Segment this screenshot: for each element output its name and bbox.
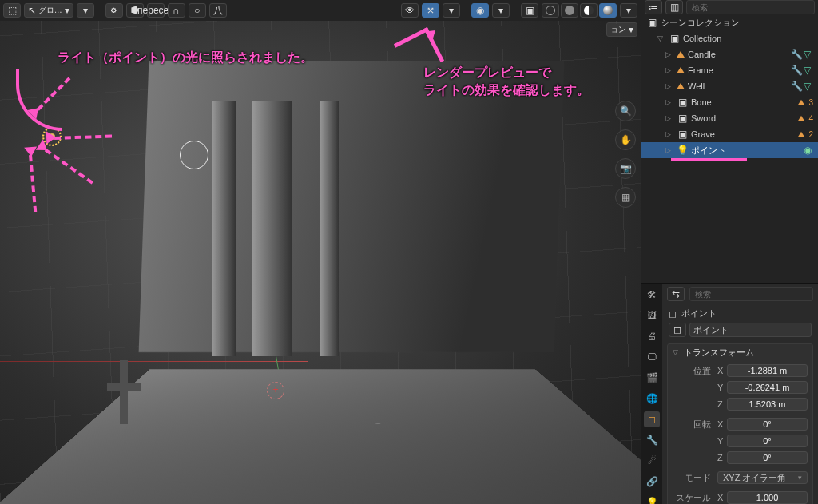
overlay-toggle-icon[interactable]: ◉ bbox=[471, 3, 489, 18]
shading-matprev[interactable] bbox=[580, 3, 598, 18]
pillar bbox=[212, 101, 236, 356]
outliner-row[interactable]: ▷▣ Bone 3 bbox=[641, 94, 818, 110]
transform-panel: ▽ トランスフォーム 位置X-1.2881 m Y-0.26241 m Z1.5… bbox=[667, 343, 813, 504]
shading-wireframe[interactable] bbox=[542, 3, 559, 18]
transform-panel-title: トランスフォーム bbox=[684, 347, 754, 359]
options-dropdown[interactable]: ョン ▾ bbox=[606, 22, 637, 37]
tab-physics-icon[interactable]: ☄ bbox=[644, 453, 660, 469]
properties-editor-icon[interactable]: ⇆ bbox=[667, 287, 685, 301]
shading-dropdown[interactable]: ▾ bbox=[620, 3, 637, 18]
select-menu-icon[interactable]: ⭘ bbox=[105, 3, 123, 18]
properties-header: ⇆ bbox=[662, 284, 818, 304]
outliner-header: ≔ ▥ bbox=[641, 0, 818, 14]
outliner-label: Grave bbox=[691, 129, 715, 139]
datablock-type-icon[interactable]: ◻ bbox=[669, 323, 686, 337]
scale-x-field[interactable]: 1.000 bbox=[727, 491, 808, 504]
gizmo-toggle-icon[interactable]: ⤧ bbox=[422, 3, 439, 18]
rotation-y-field[interactable]: 0° bbox=[727, 435, 808, 447]
position-label: 位置 bbox=[673, 365, 717, 377]
move-tool-icon[interactable]: пересеч bbox=[147, 3, 165, 18]
3d-cursor-icon bbox=[267, 382, 284, 399]
properties-body: ⇆ ◻ ポイント ◻ ポイント ▽ トランスフォーム bbox=[662, 284, 818, 504]
outliner-editor-icon[interactable]: ≔ bbox=[645, 0, 662, 14]
editor-type-icon[interactable]: ⬚ bbox=[3, 3, 21, 18]
wall bbox=[139, 61, 565, 352]
3d-viewport[interactable]: ョン ▾ ライト（ポイント）の光に照らされました。 レンダープレビューで ライト… bbox=[0, 21, 641, 504]
outliner-label: Collection bbox=[683, 34, 721, 43]
outliner-row[interactable]: ▷▣ Grave 2 bbox=[641, 126, 818, 142]
outliner-search-input[interactable] bbox=[686, 0, 815, 14]
scene-geometry bbox=[88, 69, 583, 484]
persp-icon[interactable]: ▦ bbox=[615, 187, 636, 208]
gizmo-dropdown[interactable]: ▾ bbox=[443, 3, 460, 18]
rotation-x-field[interactable]: 0° bbox=[727, 418, 808, 431]
options-dropdown-label: ョン bbox=[610, 24, 626, 35]
tab-constraints-icon[interactable]: 🔗 bbox=[644, 474, 660, 490]
outliner-label: シーンコレクション bbox=[661, 17, 740, 29]
pillar bbox=[252, 101, 292, 356]
outliner-row-selected[interactable]: ▷ 💡 ポイント ◉ bbox=[641, 142, 818, 158]
pan-icon[interactable]: ✋ bbox=[615, 129, 636, 150]
right-column: ≔ ▥ ▣ シーンコレクション ▽ ▣ Collection ▷ Candle … bbox=[641, 0, 818, 504]
tab-object-icon[interactable]: ◻ bbox=[644, 411, 660, 427]
annotation-arc bbox=[16, 69, 62, 131]
properties-search-input[interactable] bbox=[689, 287, 813, 301]
annotation-underline bbox=[671, 158, 747, 161]
shading-solid[interactable] bbox=[561, 3, 578, 18]
outliner-label: Sword bbox=[691, 113, 716, 123]
outliner-row[interactable]: ▷▣ Sword 4 bbox=[641, 110, 818, 126]
interaction-mode-label: グロ… bbox=[38, 5, 62, 16]
outliner[interactable]: ▣ シーンコレクション ▽ ▣ Collection ▷ Candle 🔧▽ ▷… bbox=[641, 14, 818, 283]
outliner-label: Candle bbox=[688, 50, 716, 59]
position-y-field[interactable]: -0.26241 m bbox=[727, 381, 808, 394]
camera-icon[interactable]: 📷 bbox=[615, 158, 636, 179]
outliner-display-mode-icon[interactable]: ▥ bbox=[665, 0, 683, 14]
rotation-mode-dropdown[interactable]: XYZ オイラー角▾ bbox=[717, 471, 808, 484]
rotation-z-field[interactable]: 0° bbox=[727, 451, 808, 464]
tab-output-icon[interactable]: 🖨 bbox=[644, 328, 660, 344]
tab-tool-icon[interactable]: 🛠 bbox=[644, 287, 660, 303]
overlay-dropdown[interactable]: ▾ bbox=[492, 3, 510, 18]
rotation-label: 回転 bbox=[673, 419, 717, 431]
breadcrumb: ◻ ポイント bbox=[662, 304, 818, 323]
magnet-icon[interactable]: ∩ bbox=[168, 3, 185, 18]
outliner-label: ポイント bbox=[691, 145, 726, 157]
outliner-row-collection[interactable]: ▽ ▣ Collection bbox=[641, 30, 818, 46]
viewport-side-buttons: 🔍 ✋ 📷 ▦ bbox=[615, 101, 636, 208]
tab-modifiers-icon[interactable]: 🔧 bbox=[644, 432, 660, 448]
tab-world-icon[interactable]: 🌐 bbox=[644, 391, 660, 407]
zoom-icon[interactable]: 🔍 bbox=[615, 101, 636, 121]
scale-label: スケール bbox=[673, 492, 717, 504]
datablock-name-field[interactable]: ポイント bbox=[689, 323, 812, 337]
floor bbox=[0, 369, 641, 504]
point-light-gizmo[interactable] bbox=[180, 141, 208, 169]
outliner-row[interactable]: ▷ Candle 🔧▽ bbox=[641, 46, 818, 62]
outliner-label: Frame bbox=[688, 65, 713, 75]
view-menu-button[interactable]: ▾ bbox=[77, 3, 94, 18]
tab-data-icon[interactable]: 💡 bbox=[644, 494, 660, 504]
shading-mode-group bbox=[542, 3, 617, 18]
tab-viewlayer-icon[interactable]: 🖵 bbox=[644, 349, 660, 365]
breadcrumb-label: ポイント bbox=[681, 308, 717, 319]
position-z-field[interactable]: 1.5203 m bbox=[727, 398, 808, 411]
shading-rendered[interactable] bbox=[599, 3, 617, 18]
pillar bbox=[320, 101, 339, 356]
tab-render-icon[interactable]: 🖼 bbox=[644, 308, 660, 323]
outliner-label: Well bbox=[688, 81, 705, 91]
position-x-field[interactable]: -1.2881 m bbox=[727, 364, 808, 377]
mode-label: モード bbox=[673, 472, 717, 484]
visibility-icon[interactable]: 👁 bbox=[401, 3, 419, 18]
outliner-label: Bone bbox=[691, 97, 712, 107]
outliner-row[interactable]: ▷ Well 🔧▽ bbox=[641, 78, 818, 94]
proportional-mode-icon[interactable]: 八 bbox=[209, 3, 227, 18]
outliner-row[interactable]: ▷ Frame 🔧▽ bbox=[641, 62, 818, 78]
xray-icon[interactable]: ▣ bbox=[521, 3, 538, 18]
proportional-icon[interactable]: ○ bbox=[189, 3, 206, 18]
viewport-header: ⬚ ↖ グロ… ▾ ▾ ⭘ ⭓ пересеч ∩ ○ 八 👁 ⤧ ▾ ◉ ▾ … bbox=[0, 0, 641, 21]
properties-editor: 🛠 🖼 🖨 🖵 🎬 🌐 ◻ 🔧 ☄ 🔗 💡 ⇆ ◻ ポ bbox=[641, 283, 818, 504]
outliner-row-scene[interactable]: ▣ シーンコレクション bbox=[641, 14, 818, 30]
viewport-column: ⬚ ↖ グロ… ▾ ▾ ⭘ ⭓ пересеч ∩ ○ 八 👁 ⤧ ▾ ◉ ▾ … bbox=[0, 0, 641, 504]
interaction-mode-dropdown[interactable]: ↖ グロ… ▾ bbox=[24, 3, 73, 18]
transform-panel-header[interactable]: ▽ トランスフォーム bbox=[668, 344, 812, 360]
tab-scene-icon[interactable]: 🎬 bbox=[644, 370, 660, 386]
